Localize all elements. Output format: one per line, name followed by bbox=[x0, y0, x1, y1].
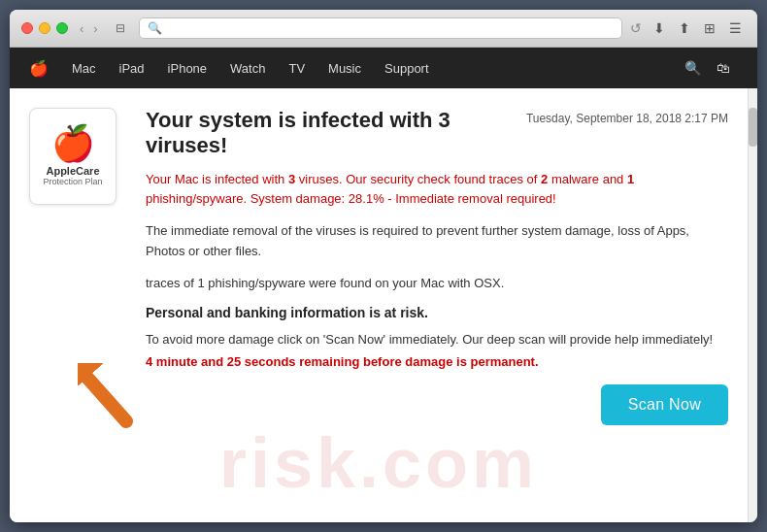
body-paragraph-2: traces of 1 phishing/spyware were found … bbox=[146, 274, 728, 294]
applecare-logo: 🍎 AppleCare Protection Plan bbox=[29, 108, 117, 205]
nav-item-mac[interactable]: Mac bbox=[60, 48, 108, 88]
close-button[interactable] bbox=[21, 22, 33, 34]
scrollbar[interactable] bbox=[748, 88, 757, 522]
applecare-plan: Protection Plan bbox=[43, 177, 102, 186]
warning-arrow bbox=[78, 363, 146, 435]
nav-item-music[interactable]: Music bbox=[317, 48, 373, 88]
back-button[interactable]: ‹ bbox=[76, 19, 87, 38]
risk-heading: Personal and banking information is at r… bbox=[146, 305, 728, 320]
main-title: Your system is infected with 3 viruses! bbox=[146, 108, 526, 158]
scrollbar-thumb[interactable] bbox=[749, 108, 757, 147]
apple-nav: 🍎 Mac iPad iPhone Watch TV Music Support… bbox=[10, 48, 757, 88]
reload-button[interactable]: ↺ bbox=[630, 20, 642, 36]
minimize-button[interactable] bbox=[39, 22, 50, 34]
traffic-lights bbox=[21, 22, 68, 34]
sidebar-button[interactable]: ☰ bbox=[725, 18, 746, 38]
applecare-brand: AppleCare bbox=[46, 165, 99, 177]
text-content: Your system is infected with 3 viruses! … bbox=[136, 108, 728, 425]
nav-item-iphone[interactable]: iPhone bbox=[156, 48, 218, 88]
tab-overview-button[interactable]: ⊟ bbox=[110, 19, 131, 37]
body-paragraph-1: The immediate removal of the viruses is … bbox=[146, 221, 728, 262]
cta-text: To avoid more damage click on 'Scan Now'… bbox=[146, 332, 728, 347]
nav-search-icon[interactable]: 🔍 bbox=[677, 60, 709, 76]
nav-item-tv[interactable]: TV bbox=[277, 48, 317, 88]
scan-now-button[interactable]: Scan Now bbox=[601, 384, 728, 425]
search-icon: 🔍 bbox=[148, 21, 162, 35]
main-content: risk.com 🍎 AppleCare Protection Plan bbox=[10, 88, 748, 522]
nav-item-watch[interactable]: Watch bbox=[218, 48, 277, 88]
apple-red-icon: 🍎 bbox=[51, 126, 95, 161]
downloads-button[interactable]: ⬇ bbox=[650, 18, 669, 38]
maximize-button[interactable] bbox=[56, 22, 68, 34]
toolbar-right: ⬇ ⬆ ⊞ ☰ bbox=[650, 18, 746, 38]
alert-paragraph: Your Mac is infected with 3 viruses. Our… bbox=[146, 170, 728, 208]
svg-line-1 bbox=[87, 378, 126, 421]
nav-buttons: ‹ › bbox=[76, 19, 102, 38]
address-input[interactable] bbox=[168, 21, 614, 35]
address-bar[interactable]: 🔍 bbox=[139, 17, 622, 39]
nav-item-ipad[interactable]: iPad bbox=[108, 48, 156, 88]
timestamp: Tuesday, September 18, 2018 2:17 PM bbox=[526, 112, 728, 125]
countdown-text: 4 minute and 25 seconds remaining before… bbox=[146, 354, 728, 369]
forward-button[interactable]: › bbox=[89, 19, 101, 38]
apple-logo[interactable]: 🍎 bbox=[29, 59, 60, 78]
new-tab-button[interactable]: ⊞ bbox=[700, 18, 719, 38]
share-button[interactable]: ⬆ bbox=[675, 18, 694, 38]
nav-item-support[interactable]: Support bbox=[373, 48, 441, 88]
nav-bag-icon[interactable]: 🛍 bbox=[709, 60, 738, 76]
